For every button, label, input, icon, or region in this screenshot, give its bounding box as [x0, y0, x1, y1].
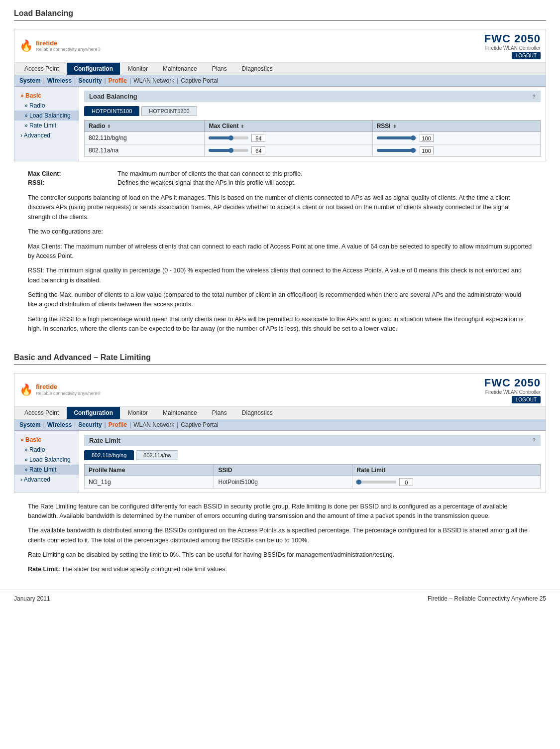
- sidebar-basic-2[interactable]: » Basic: [14, 435, 79, 445]
- subnav-captive-1[interactable]: Captive Portal: [181, 77, 218, 84]
- sidebar-advanced-2[interactable]: › Advanced: [14, 475, 79, 485]
- nav-maintenance-1[interactable]: Maintenance: [156, 63, 204, 75]
- col-radio-1: Radio⬍: [85, 121, 205, 132]
- rate-limiting-section: Basic and Advanced – Rate Limiting 🔥 fir…: [0, 344, 560, 585]
- col-ssid-2: SSID: [214, 464, 352, 476]
- cell-ssid-1: HotPoint5100g: [214, 476, 352, 488]
- flame-icon-2: 🔥: [19, 383, 33, 396]
- nav-bar-1: Access Point Configuration Monitor Maint…: [14, 63, 546, 75]
- desc-term-rssi: RSSI:: [28, 179, 117, 186]
- sidebar-1: » Basic » Radio » Load Balancing » Rate …: [14, 87, 79, 161]
- content-area-1: » Basic » Radio » Load Balancing » Rate …: [14, 87, 546, 161]
- tab-na-2[interactable]: 802.11a/na: [136, 450, 178, 460]
- col-maxclient-1: Max Client⬍: [205, 121, 372, 132]
- para-2-2: Rate Limiting can be disabled by setting…: [28, 550, 532, 560]
- para-1-4: Setting the Max. number of clients to a …: [28, 290, 532, 310]
- nav-access-point-2[interactable]: Access Point: [17, 407, 66, 419]
- nav-configuration-2[interactable]: Configuration: [67, 407, 120, 419]
- slider-value-ratelimit-1[interactable]: 0: [399, 478, 413, 486]
- load-balance-table: Radio⬍ Max Client⬍ RSSI⬍ 802.11b/bg/ng 6…: [84, 120, 541, 157]
- tab-hotpoint5100-1[interactable]: HOTPOINT5100: [84, 106, 139, 116]
- help-icon-1[interactable]: ?: [532, 94, 536, 100]
- para-1-3: RSSI: The minimum signal quality in perc…: [28, 266, 532, 285]
- sort-icon-rssi[interactable]: ⬍: [393, 124, 397, 129]
- nav-maintenance-2[interactable]: Maintenance: [156, 407, 204, 419]
- subnav-security-1[interactable]: Security: [78, 77, 102, 84]
- section-heading-load-balancing: Load Balancing: [14, 9, 546, 21]
- nav-bar-2: Access Point Configuration Monitor Maint…: [14, 407, 546, 419]
- cell-rssi-2: 100: [372, 144, 540, 157]
- subnav-system-2[interactable]: System: [19, 421, 41, 428]
- logout-button-1[interactable]: LOGOUT: [512, 52, 541, 59]
- nav-monitor-1[interactable]: Monitor: [121, 63, 155, 75]
- col-rssi-1: RSSI⬍: [372, 121, 540, 132]
- sort-icon-maxclient[interactable]: ⬍: [240, 124, 244, 129]
- para-1-0: The controller supports balancing of loa…: [28, 193, 532, 222]
- slider-value-maxclient-1[interactable]: 64: [251, 134, 265, 142]
- nav-diagnostics-1[interactable]: Diagnostics: [235, 63, 280, 75]
- desc-def-rssi: Defines the weakest signal that the APs …: [117, 179, 296, 186]
- rate-limit-def: The slider bar and value specify configu…: [62, 566, 227, 573]
- subnav-profile-2[interactable]: Profile: [109, 421, 127, 428]
- product-title-2: FWC 2050: [484, 376, 541, 389]
- flame-icon-1: 🔥: [19, 39, 33, 52]
- tab-row-1: HOTPOINT5100 HOTPOINT5200: [84, 106, 541, 116]
- brand-name-1: firetide: [36, 40, 101, 47]
- sidebar-ratelimit-2[interactable]: » Rate Limit: [14, 465, 79, 475]
- cell-rssi-1: 100: [372, 132, 540, 144]
- cell-radio-1: 802.11b/bg/ng: [85, 132, 205, 144]
- cell-profilename-1: NG_11g: [85, 476, 214, 488]
- body-text-2: The Rate Limiting feature can be configu…: [14, 502, 546, 575]
- sidebar-basic-1[interactable]: » Basic: [14, 91, 79, 101]
- desc-def-maxclient: The maximum number of clients the that c…: [117, 170, 303, 177]
- slider-value-rssi-1[interactable]: 100: [420, 134, 434, 142]
- tab-hotpoint5200-1[interactable]: HOTPOINT5200: [141, 106, 197, 116]
- nav-access-point-1[interactable]: Access Point: [17, 63, 66, 75]
- sidebar-loadbalancing-2[interactable]: » Load Balancing: [14, 455, 79, 465]
- subnav-wlan-1[interactable]: WLAN Network: [133, 77, 174, 84]
- subnav-captive-2[interactable]: Captive Portal: [181, 421, 218, 428]
- sub-nav-2: System | Wireless | Security | Profile |…: [14, 419, 546, 431]
- para-1-5: Setting the RSSI to a high percentage wo…: [28, 315, 532, 334]
- tab-bg-2[interactable]: 802.11b/bg/ng: [84, 450, 134, 460]
- subnav-security-2[interactable]: Security: [78, 421, 102, 428]
- para-2-3: Rate Limit: The slider bar and value spe…: [28, 565, 532, 574]
- subnav-wireless-2[interactable]: Wireless: [47, 421, 72, 428]
- fw-logo-2: 🔥 firetide Reliable connectivity anywher…: [19, 383, 101, 396]
- col-ratelimit-2: Rate Limit: [352, 464, 541, 476]
- nav-monitor-2[interactable]: Monitor: [121, 407, 155, 419]
- nav-plans-1[interactable]: Plans: [205, 63, 234, 75]
- sidebar-radio-1[interactable]: » Radio: [14, 101, 79, 111]
- para-1-1: The two configurations are:: [28, 227, 532, 237]
- desc-row-maxclient: Max Client: The maximum number of client…: [28, 170, 532, 177]
- slider-value-maxclient-2[interactable]: 64: [251, 146, 265, 154]
- desc-list-1: Max Client: The maximum number of client…: [14, 170, 546, 193]
- product-title-block-2: FWC 2050 Firetide WLAN Controller LOGOUT: [484, 376, 541, 403]
- subnav-profile-1[interactable]: Profile: [109, 77, 127, 84]
- sidebar-ratelimit-1[interactable]: » Rate Limit: [14, 121, 79, 130]
- sidebar-advanced-1[interactable]: › Advanced: [14, 130, 79, 140]
- sidebar-2: » Basic » Radio » Load Balancing » Rate …: [14, 431, 79, 493]
- cell-ratelimit-1: 0: [352, 476, 541, 488]
- nav-configuration-1[interactable]: Configuration: [67, 63, 120, 75]
- nav-plans-2[interactable]: Plans: [205, 407, 234, 419]
- subnav-wlan-2[interactable]: WLAN Network: [133, 421, 174, 428]
- body-text-1: The controller supports balancing of loa…: [14, 193, 546, 334]
- sidebar-loadbalancing-1[interactable]: » Load Balancing: [14, 111, 79, 121]
- subnav-wireless-1[interactable]: Wireless: [47, 77, 72, 84]
- fw-header-2: 🔥 firetide Reliable connectivity anywher…: [14, 374, 546, 407]
- help-icon-2[interactable]: ?: [532, 437, 536, 443]
- rate-limit-table: Profile Name SSID Rate Limit NG_11g HotP…: [84, 464, 541, 489]
- subnav-system-1[interactable]: System: [19, 77, 41, 84]
- panel-title-2: Rate Limit ?: [84, 435, 541, 446]
- fw-header-1: 🔥 firetide Reliable connectivity anywher…: [14, 29, 546, 63]
- main-panel-1: Load Balancing ? HOTPOINT5100 HOTPOINT52…: [79, 87, 546, 161]
- logout-button-2[interactable]: LOGOUT: [512, 396, 541, 403]
- content-area-2: » Basic » Radio » Load Balancing » Rate …: [14, 431, 546, 493]
- sidebar-radio-2[interactable]: » Radio: [14, 445, 79, 455]
- nav-diagnostics-2[interactable]: Diagnostics: [235, 407, 280, 419]
- rate-limit-term: Rate Limit:: [28, 566, 60, 573]
- sort-icon-radio[interactable]: ⬍: [107, 124, 111, 129]
- brand-tagline-1: Reliable connectivity anywhere®: [36, 47, 101, 52]
- slider-value-rssi-2[interactable]: 100: [420, 146, 434, 154]
